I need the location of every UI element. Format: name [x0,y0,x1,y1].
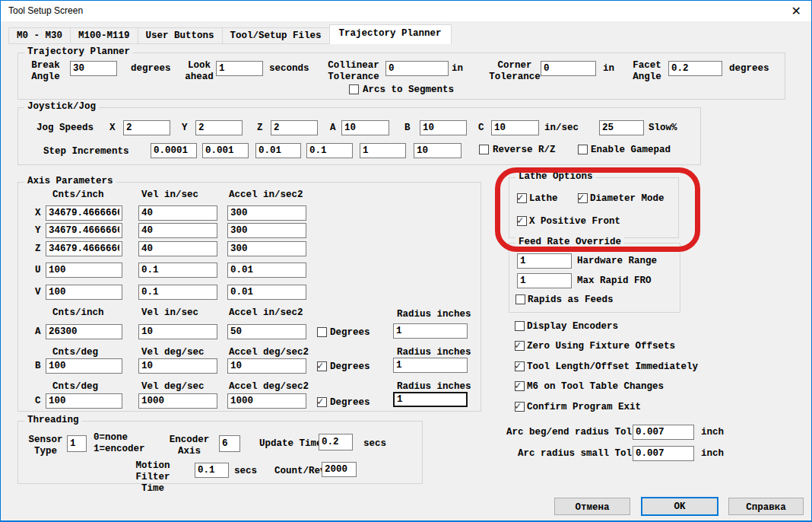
diameter-mode-label[interactable]: Diameter Mode [590,193,665,205]
reverse-rz-checkbox[interactable] [479,145,489,154]
encoder-axis-input[interactable] [219,435,240,452]
axis-c-radius-input[interactable] [393,392,468,407]
axis-b-degrees-checkbox[interactable] [317,361,327,371]
axis-x-accel-input[interactable] [227,205,306,221]
b-vel-header: Vel deg/sec [141,347,205,358]
window-title: Tool Setup Screen [8,5,83,16]
axis-c-degrees-label[interactable]: Degrees [330,397,370,409]
step-increment-5-input[interactable] [360,143,406,158]
axis-a-radius-input[interactable] [393,323,468,339]
axis-v-cnts-input[interactable] [46,285,122,300]
tab-m100-m119[interactable]: M100-M119 [70,27,138,44]
axis-b-vel-input[interactable] [138,358,217,374]
axis-c-degrees-checkbox[interactable] [317,397,327,407]
step-increment-6-input[interactable] [414,143,462,158]
jog-x-input[interactable] [123,120,170,135]
confirm-program-exit-label[interactable]: Confirm Program Exit [527,402,641,413]
axis-a-degrees-checkbox[interactable] [317,327,327,337]
jog-c-input[interactable] [491,120,539,135]
step-increment-3-input[interactable] [255,143,301,158]
a-vel-header: Vel in/sec [141,307,198,319]
axis-y-accel-input[interactable] [227,223,306,238]
axis-x-label: X [35,208,41,219]
x-positive-front-checkbox[interactable] [517,216,527,226]
cancel-button[interactable]: Отмена [554,498,630,515]
axis-a-accel-input[interactable] [227,324,306,339]
display-encoders-checkbox[interactable] [515,321,525,331]
sensor-type-input[interactable] [67,435,87,452]
display-encoders-label[interactable]: Display Encoders [527,321,618,333]
confirm-program-exit-checkbox[interactable] [515,402,525,412]
zero-using-fixture-offsets-label[interactable]: Zero Using Fixture Offsets [527,341,675,352]
axis-v-accel-input[interactable] [227,285,306,300]
enable-gamepad-checkbox[interactable] [578,145,588,154]
collinear-tolerance-input[interactable] [385,61,449,76]
axis-z-cnts-input[interactable] [46,241,122,256]
reverse-rz-label[interactable]: Reverse R/Z [493,145,556,156]
axis-v-vel-input[interactable] [138,285,217,300]
look-ahead-label: Look ahead [178,60,220,83]
axis-a-vel-input[interactable] [138,324,217,339]
zero-using-fixture-offsets-checkbox[interactable] [515,341,525,351]
corner-tolerance-input[interactable] [541,61,596,76]
jog-y-label: Y [182,123,188,134]
axis-b-degrees-label[interactable]: Degrees [330,361,370,373]
facet-angle-input[interactable] [668,61,722,76]
update-time-input[interactable] [319,434,353,450]
count-rev-input[interactable] [322,462,357,477]
break-angle-input[interactable] [70,61,117,76]
axis-c-accel-input[interactable] [227,393,306,409]
help-button[interactable]: Справка [728,498,804,515]
axis-a-cnts-input[interactable] [46,324,122,339]
m6-on-tool-table-changes-label[interactable]: M6 on Tool Table Changes [527,381,664,393]
axis-u-vel-input[interactable] [138,263,217,278]
jog-y-input[interactable] [195,120,243,135]
enable-gamepad-label[interactable]: Enable Gamepad [591,145,671,156]
jog-z-input[interactable] [271,120,318,135]
arcs-to-segments-label[interactable]: Arcs to Segments [363,84,454,96]
jog-a-input[interactable] [341,120,389,135]
diameter-mode-checkbox[interactable] [578,193,588,203]
tool-length-offset-immediately-label[interactable]: Tool Length/Offset Immediately [527,361,698,373]
axis-u-cnts-input[interactable] [46,263,122,278]
lathe-label[interactable]: Lathe [529,193,558,205]
axis-z-accel-input[interactable] [227,241,306,256]
axis-y-vel-input[interactable] [138,223,217,238]
axis-c-vel-input[interactable] [138,393,217,409]
step-increment-4-input[interactable] [306,143,353,158]
axis-c-cnts-input[interactable] [46,393,122,409]
axis-b-accel-input[interactable] [227,358,306,374]
tab-user-buttons[interactable]: User Buttons [138,27,223,44]
motion-filter-time-input[interactable] [195,463,229,478]
step-increment-2-input[interactable] [202,143,249,158]
tab-tool-setup-files[interactable]: Tool/Setup Files [222,27,330,44]
look-ahead-input[interactable] [216,61,263,76]
max-rapid-fro-input[interactable] [517,273,572,288]
axis-b-cnts-input[interactable] [46,358,122,374]
step-increment-1-input[interactable] [151,143,197,158]
axis-x-vel-input[interactable] [138,205,217,221]
tab-trajectory-planner[interactable]: Trajectory Planner [329,24,452,44]
axis-z-vel-input[interactable] [138,241,217,256]
close-icon[interactable]: ✕ [791,4,801,18]
arc-beg-end-radius-tol-input[interactable] [633,425,694,440]
axis-u-accel-input[interactable] [227,263,306,278]
arc-radius-small-tol-input[interactable] [633,446,694,461]
axis-y-cnts-input[interactable] [46,223,122,238]
hardware-range-input[interactable] [517,253,572,269]
axis-x-cnts-input[interactable] [46,205,122,221]
axis-b-radius-input[interactable] [393,358,468,373]
tool-length-offset-immediately-checkbox[interactable] [515,361,525,371]
slow-percent-input[interactable] [599,120,644,135]
tab-m0-m30[interactable]: M0 - M30 [8,27,71,44]
m6-on-tool-table-changes-checkbox[interactable] [515,381,525,391]
x-positive-front-label[interactable]: X Positive Front [529,216,620,228]
rapids-as-feeds-label[interactable]: Rapids as Feeds [528,294,614,306]
jog-b-input[interactable] [420,120,467,135]
hardware-range-label: Hardware Range [577,256,657,267]
rapids-as-feeds-checkbox[interactable] [515,294,525,304]
arcs-to-segments-checkbox[interactable] [349,84,359,94]
ok-button[interactable]: OK [641,497,718,516]
lathe-checkbox[interactable] [517,193,527,203]
axis-a-degrees-label[interactable]: Degrees [330,327,370,339]
